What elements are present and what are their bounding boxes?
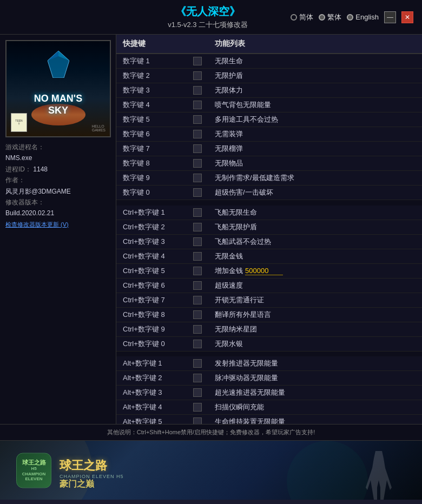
cheat-checkbox-cell[interactable] xyxy=(187,112,208,127)
gold-amount-input[interactable] xyxy=(245,267,283,275)
cheat-desc: 无限生命 xyxy=(208,54,422,69)
table-row: Ctrl+数字键 5 增加金钱 xyxy=(116,263,422,278)
cheat-checkbox[interactable] xyxy=(193,144,202,153)
main-content: NO MAN'S SKY TEENT HELLOGAMES 游戏进程名： NMS… xyxy=(0,35,422,424)
cheat-checkbox[interactable] xyxy=(193,130,202,138)
cheat-checkbox-cell[interactable] xyxy=(187,356,208,371)
cheat-checkbox-cell[interactable] xyxy=(187,127,208,142)
cheat-checkbox-cell[interactable] xyxy=(187,69,208,83)
cheat-key: 数字键 1 xyxy=(116,54,187,69)
col-header-key: 快捷键 xyxy=(116,35,187,54)
cheat-desc: 扫描仪瞬间充能 xyxy=(208,400,422,415)
cheat-checkbox[interactable] xyxy=(193,188,202,197)
cheat-checkbox[interactable] xyxy=(193,417,202,424)
cheat-key: Alt+数字键 5 xyxy=(116,415,187,425)
cheat-checkbox[interactable] xyxy=(193,57,202,65)
table-row: 数字键 3 无限体力 xyxy=(116,83,422,98)
cheat-key: Ctrl+数字键 5 xyxy=(116,263,187,278)
table-row: Alt+数字键 2 脉冲驱动器无限能量 xyxy=(116,371,422,386)
author-row: 作者： 风灵月影@3DMGAME xyxy=(5,175,110,197)
cheat-checkbox-cell[interactable] xyxy=(187,307,208,322)
author-value: 风灵月影@3DMGAME xyxy=(5,188,71,195)
game-cover: NO MAN'S SKY TEENT HELLOGAMES xyxy=(5,40,111,137)
cheat-checkbox-cell[interactable] xyxy=(187,83,208,98)
ad-logo: 球王之路 H5 CHAMPION ELEVEN xyxy=(16,453,51,488)
table-row: 数字键 5 多用途工具不会过热 xyxy=(116,112,422,127)
cheat-desc: 喷气背包无限能量 xyxy=(208,98,422,112)
cheat-desc: 无限金钱 xyxy=(208,249,422,263)
cheat-checkbox-cell[interactable] xyxy=(187,98,208,112)
cheat-table: 快捷键 功能列表 数字键 1 无限生命 数字键 2 无限护盾 数字键 3 无限体… xyxy=(116,35,422,424)
table-row: 数字键 4 喷气背包无限能量 xyxy=(116,98,422,112)
col-header-func: 功能列表 xyxy=(208,35,422,54)
lang-english[interactable]: English xyxy=(347,13,379,21)
cheat-key: Ctrl+数字键 1 xyxy=(116,205,187,220)
cheat-checkbox-cell[interactable] xyxy=(187,249,208,263)
ad-title-cn: 球王之路 xyxy=(60,457,124,474)
lang-simplified[interactable]: 简体 xyxy=(291,12,313,22)
cheat-checkbox[interactable] xyxy=(193,223,202,231)
cheat-checkbox-cell[interactable] xyxy=(187,171,208,185)
cheat-desc: 飞船武器不会过热 xyxy=(208,234,422,249)
cheat-checkbox[interactable] xyxy=(193,340,202,348)
cheat-key: Ctrl+数字键 6 xyxy=(116,278,187,293)
cheat-checkbox[interactable] xyxy=(193,296,202,304)
cheat-checkbox[interactable] xyxy=(193,310,202,319)
version-row: 修改器版本： Build.2020.02.21 xyxy=(5,197,110,219)
cheat-checkbox[interactable] xyxy=(193,101,202,109)
table-row: Alt+数字键 4 扫描仪瞬间充能 xyxy=(116,400,422,415)
cheat-checkbox-cell[interactable] xyxy=(187,142,208,156)
cheat-checkbox[interactable] xyxy=(193,86,202,95)
header-title-block: 《无人深空》 v1.5-v2.3 二十七项修改器 xyxy=(168,4,248,30)
cheat-checkbox-cell[interactable] xyxy=(187,234,208,249)
cheat-checkbox-cell[interactable] xyxy=(187,400,208,415)
cheat-key: Alt+数字键 2 xyxy=(116,371,187,386)
cheat-checkbox[interactable] xyxy=(193,374,202,382)
cheat-checkbox[interactable] xyxy=(193,237,202,246)
cheat-checkbox-cell[interactable] xyxy=(187,415,208,425)
ad-player-silhouette xyxy=(357,446,400,500)
cheat-checkbox-cell[interactable] xyxy=(187,54,208,69)
col-header-checkbox xyxy=(187,35,208,54)
cheat-checkbox-cell[interactable] xyxy=(187,278,208,293)
cheat-checkbox-cell[interactable] xyxy=(187,185,208,200)
ad-title: 球王之路 CHAMPION ELEVEN H5 xyxy=(60,457,124,479)
cheat-checkbox-cell[interactable] xyxy=(187,293,208,307)
cheat-checkbox-cell[interactable] xyxy=(187,263,208,278)
cheat-checkbox[interactable] xyxy=(193,403,202,412)
minimize-button[interactable]: — xyxy=(384,11,396,23)
table-row: 数字键 9 无制作需求/最低建造需求 xyxy=(116,171,422,185)
cheat-checkbox-cell[interactable] xyxy=(187,336,208,351)
cheat-checkbox[interactable] xyxy=(193,267,202,275)
lang-traditional[interactable]: 繁体 xyxy=(319,12,341,22)
cheat-checkbox-cell[interactable] xyxy=(187,322,208,336)
cheat-checkbox[interactable] xyxy=(193,208,202,217)
cheat-desc: 超级伤害/一击破坏 xyxy=(208,185,422,200)
cheat-checkbox[interactable] xyxy=(193,388,202,397)
cheat-key: 数字键 5 xyxy=(116,112,187,127)
close-button[interactable]: ✕ xyxy=(401,11,413,23)
cheat-checkbox[interactable] xyxy=(193,159,202,168)
cheat-checkbox-cell[interactable] xyxy=(187,371,208,386)
table-row: Ctrl+数字键 7 开锁无需通行证 xyxy=(116,293,422,307)
cheat-desc: 增加金钱 xyxy=(208,263,422,278)
cheat-checkbox-cell[interactable] xyxy=(187,386,208,400)
cheat-checkbox[interactable] xyxy=(193,71,202,80)
check-update-link[interactable]: 检查修改器版本更新 (V) xyxy=(5,219,110,230)
cheat-desc: 多用途工具不会过热 xyxy=(208,112,422,127)
cheat-checkbox[interactable] xyxy=(193,174,202,182)
cheat-checkbox-cell[interactable] xyxy=(187,205,208,220)
cheat-checkbox-cell[interactable] xyxy=(187,220,208,234)
cheat-checkbox-cell[interactable] xyxy=(187,156,208,171)
cheat-checkbox[interactable] xyxy=(193,325,202,334)
cheat-desc: 脉冲驱动器无限能量 xyxy=(208,371,422,386)
cheat-key: Ctrl+数字键 9 xyxy=(116,322,187,336)
ad-banner[interactable]: 球王之路 H5 CHAMPION ELEVEN 球王之路 CHAMPION EL… xyxy=(0,440,422,500)
cheat-checkbox[interactable] xyxy=(193,115,202,124)
cheat-checkbox[interactable] xyxy=(193,281,202,290)
cheat-checkbox[interactable] xyxy=(193,252,202,261)
cover-hello-games: HELLOGAMES xyxy=(92,124,106,132)
game-process-label: 游戏进程名： NMS.exe xyxy=(5,142,110,164)
cheat-checkbox[interactable] xyxy=(193,359,202,368)
cheat-desc: 无需装弹 xyxy=(208,127,422,142)
